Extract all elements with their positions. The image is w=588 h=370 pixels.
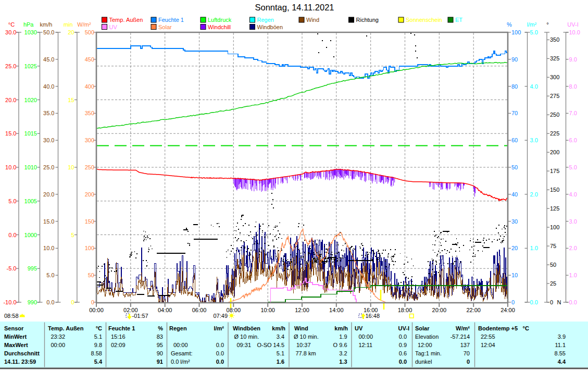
svg-text:UV: UV <box>355 325 363 331</box>
svg-text:175: 175 <box>550 168 559 174</box>
svg-text:500: 500 <box>85 29 94 35</box>
svg-text:5.0: 5.0 <box>8 198 16 204</box>
svg-text:dunkel: dunkel <box>415 359 432 365</box>
svg-text:3.2: 3.2 <box>339 350 347 356</box>
svg-text:30.0: 30.0 <box>5 29 16 35</box>
svg-text:-10.0: -10.0 <box>3 299 16 305</box>
svg-text:91: 91 <box>157 359 163 365</box>
svg-text:6.0: 6.0 <box>569 137 577 143</box>
svg-text:1.3: 1.3 <box>339 359 347 365</box>
svg-text:O-SO 14.5: O-SO 14.5 <box>257 342 284 348</box>
svg-text:Regen: Regen <box>257 17 274 23</box>
svg-text:0: 0 <box>511 299 515 305</box>
svg-text:l/m²: l/m² <box>527 21 537 28</box>
svg-text:1020: 1020 <box>24 97 37 103</box>
svg-text:7.0: 7.0 <box>569 110 577 116</box>
svg-text:Bodentemp +5: Bodentemp +5 <box>478 325 518 331</box>
svg-text:150: 150 <box>85 218 94 225</box>
svg-text:1.6: 1.6 <box>277 359 284 365</box>
svg-text:1030: 1030 <box>24 29 37 35</box>
svg-text:23:32: 23:32 <box>51 334 66 340</box>
svg-text:-5.0: -5.0 <box>7 265 17 272</box>
svg-text:4.0: 4.0 <box>569 191 577 198</box>
svg-text:Luftdruck: Luftdruck <box>208 17 232 23</box>
svg-text:0: 0 <box>71 299 74 305</box>
svg-text:20: 20 <box>511 245 518 251</box>
svg-text:Durchschnitt: Durchschnitt <box>4 350 40 356</box>
svg-text:50: 50 <box>511 164 518 170</box>
svg-text:10:37: 10:37 <box>296 342 311 348</box>
svg-text:Wind: Wind <box>294 325 308 331</box>
svg-text:12:00: 12:00 <box>295 307 309 313</box>
svg-text:5.1: 5.1 <box>94 334 102 340</box>
svg-text:00:00: 00:00 <box>51 342 66 348</box>
svg-text:5.0: 5.0 <box>530 29 538 35</box>
svg-text:10:00: 10:00 <box>260 307 275 313</box>
svg-text:Temp. Außen: Temp. Außen <box>48 325 84 331</box>
svg-text:10.0: 10.0 <box>5 164 16 170</box>
svg-text:Windböen: Windböen <box>257 24 283 30</box>
svg-text:UV: UV <box>109 24 118 30</box>
svg-text:Feuchte 1: Feuchte 1 <box>158 17 184 23</box>
svg-text:0.0: 0.0 <box>216 359 224 365</box>
svg-text:60: 60 <box>511 137 518 143</box>
svg-text:15.0: 15.0 <box>5 130 16 137</box>
svg-text:137: 137 <box>460 342 470 348</box>
svg-text:12:00: 12:00 <box>418 342 432 348</box>
svg-text:0.0 l/m²: 0.0 l/m² <box>171 359 190 365</box>
svg-text:UV-I: UV-I <box>398 325 409 331</box>
svg-text:Solar: Solar <box>158 24 172 30</box>
svg-text:25.0: 25.0 <box>5 63 16 69</box>
svg-text:08:58: 08:58 <box>4 313 19 319</box>
svg-text:22:00: 22:00 <box>466 307 481 313</box>
svg-text:04:00: 04:00 <box>158 307 172 313</box>
svg-text:5.4: 5.4 <box>94 359 103 365</box>
svg-text:80: 80 <box>511 83 518 90</box>
svg-text:225: 225 <box>550 130 559 137</box>
svg-text:24:00: 24:00 <box>501 307 515 313</box>
svg-text:12:04: 12:04 <box>481 342 495 348</box>
svg-text:100: 100 <box>511 29 521 35</box>
svg-text:Ø 10 min.: Ø 10 min. <box>234 334 259 340</box>
svg-text:14.11. 23:59: 14.11. 23:59 <box>4 359 36 365</box>
svg-text:-57.214: -57.214 <box>451 334 470 340</box>
svg-text:min: min <box>64 21 73 28</box>
svg-text:20: 20 <box>68 29 74 35</box>
svg-text:1.0: 1.0 <box>530 245 538 251</box>
svg-text:MaxWert: MaxWert <box>4 342 28 348</box>
svg-text:ET: ET <box>455 17 462 23</box>
svg-text:0: 0 <box>467 359 470 365</box>
svg-text:83: 83 <box>157 334 163 340</box>
svg-text:400: 400 <box>85 83 94 90</box>
svg-text:16:48: 16:48 <box>366 313 380 319</box>
svg-text:1010: 1010 <box>24 164 37 170</box>
svg-text:11.1: 11.1 <box>555 342 566 348</box>
svg-text:°C: °C <box>96 325 102 331</box>
svg-text:Windchill: Windchill <box>208 24 231 30</box>
svg-text:Sonnenschein: Sonnenschein <box>406 17 442 23</box>
svg-text:150: 150 <box>550 187 559 193</box>
svg-text:4.4: 4.4 <box>558 359 566 365</box>
svg-text:200: 200 <box>550 149 559 155</box>
svg-text:0: 0 <box>91 299 94 305</box>
svg-text:5.0: 5.0 <box>46 272 54 278</box>
svg-text:06:00: 06:00 <box>192 307 207 313</box>
svg-text:1000: 1000 <box>24 232 37 238</box>
svg-text:°C: °C <box>523 325 529 331</box>
svg-text:00:00: 00:00 <box>359 334 373 340</box>
svg-text:75: 75 <box>550 243 556 249</box>
svg-text:3.0: 3.0 <box>530 137 538 143</box>
svg-text:km/h: km/h <box>334 325 348 331</box>
svg-text:5.1: 5.1 <box>277 350 284 356</box>
svg-text:995: 995 <box>28 265 37 272</box>
svg-text:l/m²: l/m² <box>214 325 224 331</box>
svg-text:N: N <box>557 299 561 305</box>
svg-text:Solar: Solar <box>415 325 430 331</box>
svg-text:%: % <box>158 325 163 331</box>
svg-text:50: 50 <box>88 272 94 278</box>
svg-text:Temp. Außen: Temp. Außen <box>109 17 143 23</box>
svg-text:Ø 10 min.: Ø 10 min. <box>294 334 319 340</box>
svg-text:Windböen: Windböen <box>233 325 260 331</box>
svg-text:Feuchte 1: Feuchte 1 <box>108 325 135 331</box>
svg-text:15.0: 15.0 <box>43 218 54 225</box>
